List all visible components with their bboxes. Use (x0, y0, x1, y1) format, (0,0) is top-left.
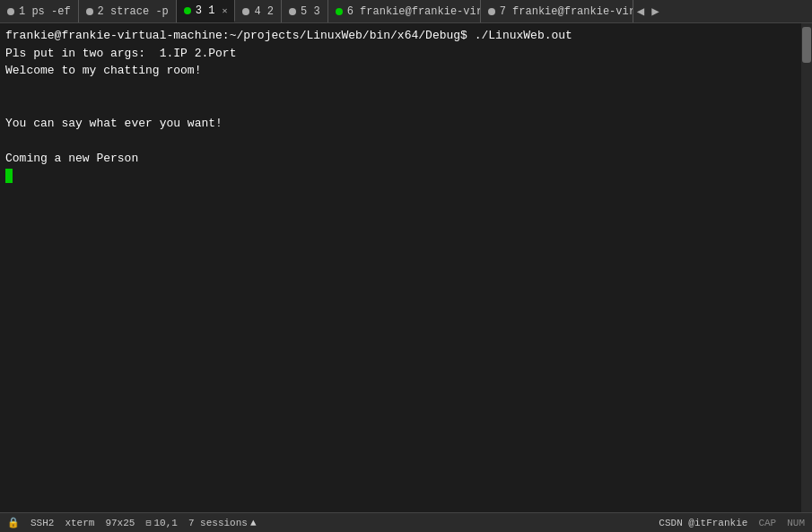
status-ssh: SSH2 (31, 518, 54, 528)
tab-2[interactable]: 2 strace -p (79, 0, 177, 22)
tab-3[interactable]: 3 1 ✕ (177, 0, 236, 22)
tab-6[interactable]: 6 frankie@frankie-virtual-mac... (328, 0, 481, 22)
tab-bar: 1 ps -ef 2 strace -p 3 1 ✕ 4 2 5 3 6 fra… (0, 0, 812, 23)
tab-1-label: 1 ps -ef (19, 5, 71, 18)
status-num: NUM (787, 518, 805, 528)
tab-scroll-right[interactable]: ▶ (648, 0, 662, 22)
scrollbar-thumb[interactable] (802, 27, 811, 63)
tab-7-dot (488, 8, 495, 15)
status-sessions[interactable]: 7 sessions▲ (188, 518, 257, 528)
terminal-line-5 (5, 97, 807, 115)
status-position: ⊟10,1 (145, 518, 177, 528)
terminal-line-8: Coming a new Person (5, 150, 807, 168)
tab-1-dot (7, 8, 14, 15)
pos-icon: ⊟ (145, 518, 151, 528)
terminal-line-7 (5, 132, 807, 150)
lock-icon: 🔒 (7, 517, 20, 528)
terminal-line-6: You can say what ever you want! (5, 115, 807, 133)
terminal-line-4 (5, 80, 807, 98)
terminal-cursor (5, 169, 13, 183)
status-xterm: xterm (65, 518, 94, 528)
status-bar: 🔒 SSH2 xterm 97x25 ⊟10,1 7 sessions▲ CSD… (0, 512, 812, 532)
tab-5-dot (289, 8, 296, 15)
terminal-line-2: Pls put in two args: 1.IP 2.Port (5, 45, 807, 63)
tab-4-dot (242, 8, 249, 15)
tab-4-label: 4 2 (254, 5, 274, 18)
status-size: 97x25 (105, 518, 135, 528)
status-cap: CAP (758, 518, 776, 528)
terminal-line-1: frankie@frankie-virtual-machine:~/projec… (5, 27, 807, 45)
tab-5[interactable]: 5 3 (282, 0, 328, 22)
tab-3-close[interactable]: ✕ (222, 5, 227, 16)
terminal-line-9 (5, 167, 807, 185)
terminal-body[interactable]: frankie@frankie-virtual-machine:~/projec… (0, 23, 812, 512)
tab-2-dot (86, 8, 93, 15)
terminal-line-3: Welcome to my chatting room! (5, 62, 807, 80)
tab-1[interactable]: 1 ps -ef (0, 0, 79, 22)
tab-4[interactable]: 4 2 (235, 0, 282, 22)
tab-3-label: 3 1 (196, 4, 215, 17)
tab-5-label: 5 3 (301, 5, 320, 18)
tab-7[interactable]: 7 frankie@frankie-virtual-mac... (481, 0, 633, 22)
tab-6-dot (336, 8, 343, 15)
tab-7-label: 7 frankie@frankie-virtual-mac... (500, 5, 633, 18)
tab-3-dot (184, 7, 191, 14)
scrollbar[interactable] (801, 23, 812, 512)
status-right-text: CSDN @itFrankie (659, 518, 747, 528)
sessions-arrow: ▲ (250, 518, 257, 528)
tab-scroll-left[interactable]: ◀ (633, 0, 648, 22)
tab-6-label: 6 frankie@frankie-virtual-mac... (347, 5, 481, 18)
tab-2-label: 2 strace -p (98, 5, 169, 18)
